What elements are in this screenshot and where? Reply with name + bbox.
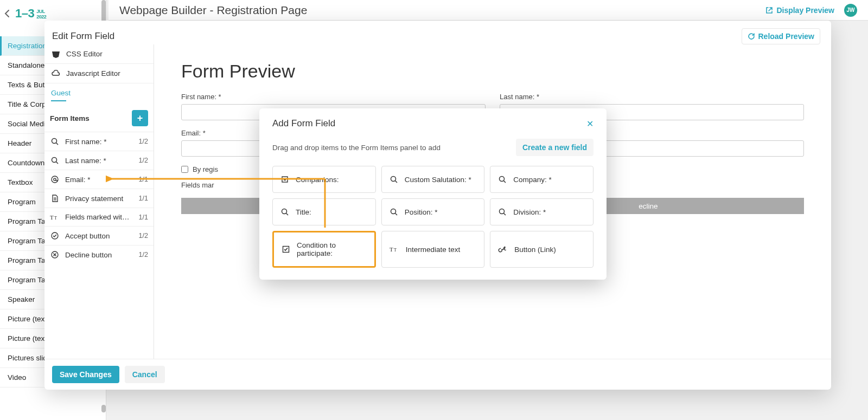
last-name-label: Last name: * bbox=[500, 93, 804, 101]
refresh-icon bbox=[748, 33, 755, 40]
svg-point-19 bbox=[500, 177, 505, 182]
field-card[interactable]: TT Intermediate text bbox=[381, 231, 485, 268]
guest-tab[interactable]: Guest bbox=[44, 83, 154, 100]
search-icon bbox=[498, 208, 507, 216]
preview-heading: Form Preview bbox=[181, 61, 804, 82]
cloud-icon bbox=[51, 70, 61, 77]
field-card[interactable]: Division: * bbox=[490, 198, 593, 225]
svg-line-24 bbox=[395, 214, 397, 216]
field-card[interactable]: Button (Link) bbox=[490, 231, 593, 268]
field-card[interactable]: Custom Salutation: * bbox=[381, 166, 485, 193]
form-item-label: Fields marked with * a... bbox=[65, 213, 133, 221]
tt-icon: TT bbox=[50, 214, 60, 221]
svg-point-23 bbox=[391, 209, 395, 214]
field-card-label: Button (Link) bbox=[514, 245, 556, 254]
square-icon bbox=[280, 175, 289, 184]
tt-icon: TT bbox=[390, 245, 399, 253]
svg-line-18 bbox=[395, 181, 397, 183]
form-item-count: 1/2 bbox=[139, 251, 148, 259]
close-icon[interactable]: ✕ bbox=[586, 119, 593, 129]
form-item-count: 1/1 bbox=[139, 195, 148, 202]
svg-line-1 bbox=[56, 143, 59, 145]
svg-line-22 bbox=[286, 214, 289, 216]
search-icon bbox=[390, 175, 398, 184]
search-icon bbox=[280, 208, 289, 216]
x-icon bbox=[50, 250, 60, 259]
field-card-label: Companions: bbox=[296, 176, 339, 184]
search-icon bbox=[390, 208, 398, 216]
svg-text:T: T bbox=[50, 214, 54, 221]
svg-text:T: T bbox=[390, 246, 393, 253]
search-icon bbox=[50, 156, 60, 165]
avatar[interactable]: JW bbox=[844, 4, 857, 17]
field-card-label: Position: * bbox=[405, 208, 438, 216]
field-card[interactable]: Companions: bbox=[272, 166, 376, 193]
panel-footer: Save Changes Cancel bbox=[44, 359, 831, 390]
svg-point-2 bbox=[52, 158, 57, 163]
form-item[interactable]: TT Fields marked with * a... 1/1 bbox=[44, 208, 154, 226]
field-card-label: Condition to participate: bbox=[297, 241, 367, 257]
svg-text:T: T bbox=[394, 248, 397, 253]
svg-line-3 bbox=[56, 162, 59, 164]
add-form-field-popup: Add Form Field ✕ Drag and drop items to … bbox=[259, 108, 607, 280]
cancel-button[interactable]: Cancel bbox=[125, 366, 165, 383]
svg-point-25 bbox=[500, 209, 505, 214]
form-item-count: 1/1 bbox=[139, 176, 148, 183]
topbar: Webpage Builder - Registration Page Disp… bbox=[108, 0, 868, 21]
back-icon[interactable] bbox=[4, 9, 10, 18]
field-card[interactable]: Condition to participate: bbox=[272, 231, 376, 268]
checkbox-icon bbox=[282, 245, 290, 254]
external-link-icon bbox=[765, 7, 773, 14]
form-item-label: Privacy statement bbox=[65, 195, 133, 203]
form-item-label: First name: * bbox=[65, 138, 133, 146]
save-button[interactable]: Save Changes bbox=[52, 366, 119, 383]
search-icon bbox=[498, 175, 507, 184]
form-item-count: 1/2 bbox=[139, 138, 148, 145]
sidebar-header: 1–3 JUL 2022 bbox=[0, 0, 106, 23]
at-icon bbox=[50, 175, 60, 184]
field-card[interactable]: Company: * bbox=[490, 166, 593, 193]
form-item[interactable]: Decline button 1/2 bbox=[44, 245, 154, 264]
form-item[interactable]: Last name: * 1/2 bbox=[44, 151, 154, 170]
field-card[interactable]: Position: * bbox=[381, 198, 485, 225]
check-icon bbox=[50, 231, 60, 240]
field-card-label: Custom Salutation: * bbox=[405, 176, 471, 184]
popup-title: Add Form Field bbox=[272, 118, 335, 129]
form-item-label: Accept button bbox=[65, 232, 133, 240]
add-form-item-button[interactable]: + bbox=[132, 110, 148, 126]
js-editor-row[interactable]: Javascript Editor bbox=[44, 63, 154, 83]
privacy-checkbox[interactable] bbox=[181, 166, 188, 173]
field-card-label: Division: * bbox=[513, 208, 546, 216]
form-item-count: 1/2 bbox=[139, 232, 148, 240]
first-name-label: First name: * bbox=[181, 93, 486, 101]
event-date: 1–3 JUL 2022 bbox=[15, 7, 46, 21]
popup-hint: Drag and drop items to the Form Items pa… bbox=[272, 144, 516, 152]
form-item[interactable]: Email: * 1/1 bbox=[44, 170, 154, 189]
form-item-label: Email: * bbox=[65, 176, 133, 184]
field-card-label: Intermediate text bbox=[406, 245, 461, 254]
svg-rect-16 bbox=[284, 178, 286, 180]
form-item-label: Last name: * bbox=[65, 157, 133, 165]
reload-preview-button[interactable]: Reload Preview bbox=[742, 28, 821, 44]
sidebar-scrollbar-down[interactable] bbox=[101, 405, 106, 412]
css-icon bbox=[51, 50, 61, 58]
form-item-count: 1/2 bbox=[139, 157, 148, 164]
svg-text:T: T bbox=[54, 216, 57, 221]
svg-point-5 bbox=[54, 178, 56, 180]
link-icon bbox=[498, 245, 508, 253]
field-card[interactable]: Title: bbox=[272, 198, 376, 225]
privacy-checkbox-label: By regis bbox=[193, 165, 218, 173]
form-item[interactable]: Privacy statement 1/1 bbox=[44, 189, 154, 208]
doc-icon bbox=[50, 194, 60, 203]
field-card-label: Company: * bbox=[513, 176, 552, 184]
form-item-label: Decline button bbox=[65, 251, 133, 259]
svg-point-21 bbox=[282, 209, 287, 214]
form-item[interactable]: Accept button 1/2 bbox=[44, 226, 154, 245]
page-title: Webpage Builder - Registration Page bbox=[119, 4, 765, 17]
display-preview-button[interactable]: Display Preview bbox=[765, 6, 834, 15]
svg-line-26 bbox=[504, 214, 506, 216]
css-editor-row[interactable]: CSS Editor bbox=[44, 44, 154, 63]
svg-point-4 bbox=[52, 176, 58, 183]
create-new-field-button[interactable]: Create a new field bbox=[516, 139, 593, 156]
form-item[interactable]: First name: * 1/2 bbox=[44, 132, 154, 151]
